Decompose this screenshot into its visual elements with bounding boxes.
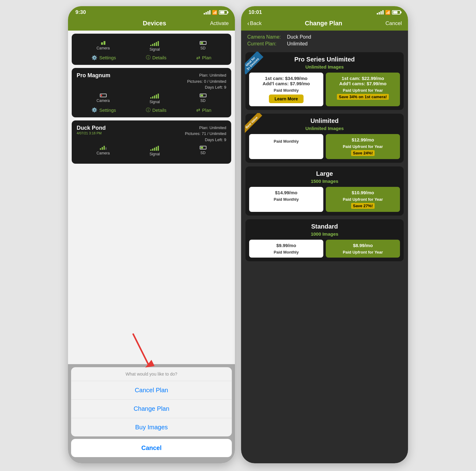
- plan-icon-1: ⇄: [196, 55, 200, 61]
- nav-bar-left: Devices Activate: [68, 17, 235, 31]
- page-title-left: Devices: [143, 20, 166, 27]
- sd-status-3: SD: [200, 146, 206, 156]
- plan-options-unlimited: Paid Monthly $12.99/mo Paid Upfront for …: [249, 134, 400, 159]
- device-name-3: Duck Pond: [77, 125, 106, 131]
- wifi-icon-right: 📶: [385, 10, 390, 15]
- cancel-nav-button[interactable]: Cancel: [385, 20, 402, 27]
- chevron-left-icon: ‹: [247, 20, 249, 27]
- page-title-right: Change Plan: [305, 20, 342, 27]
- device-icons-row-3: Camera Signal SD: [77, 146, 226, 156]
- plan-card-unlimited: Best Value Unlimited Unlimited Images Pa…: [245, 114, 404, 163]
- camera-label-2: Camera: [96, 99, 110, 103]
- details-icon-2: ⓘ: [146, 107, 151, 113]
- device-icons-row-2: Camera Signal SD: [77, 94, 226, 104]
- monthly-label-unlimited: Paid Monthly: [253, 139, 320, 144]
- actions-row-1: ⚙️ Settings ⓘ Details ⇄ Plan: [77, 55, 226, 61]
- wifi-icon: 📶: [212, 10, 217, 15]
- signal-label-3: Signal: [150, 152, 160, 156]
- settings-btn-2[interactable]: ⚙️ Settings: [91, 107, 116, 113]
- status-icons-right: 📶: [377, 10, 401, 15]
- battery-icon: [219, 10, 227, 15]
- back-label: Back: [250, 20, 262, 27]
- annual-label-unlimited: Paid Upfront for Year: [329, 144, 396, 149]
- back-button[interactable]: ‹ Back: [247, 20, 261, 27]
- battery-icon-right: [392, 10, 401, 15]
- sd-icon-1: [200, 41, 206, 45]
- actions-row-2: ⚙️ Settings ⓘ Details ⇄ Plan: [77, 107, 226, 113]
- camera-status-2: Camera: [96, 94, 110, 104]
- change-plan-content: Camera Name: Duck Pond Current Plan: Unl…: [241, 31, 408, 463]
- plan-btn-1[interactable]: ⇄ Plan: [196, 55, 211, 61]
- device-name-2: Pro Magnum: [77, 72, 110, 79]
- sd-status-1: SD: [200, 41, 206, 52]
- plan-monthly-large: $14.99/mo Paid Monthly: [249, 187, 323, 212]
- plan-btn-2[interactable]: ⇄ Plan: [196, 107, 211, 113]
- annual-price1-unlimited: $12.99/mo: [329, 137, 396, 142]
- activate-button[interactable]: Activate: [210, 20, 229, 27]
- save-badge-pro: Save 34% on 1st camera!: [337, 94, 389, 100]
- cancel-plan-button[interactable]: Cancel Plan: [71, 381, 232, 400]
- plans-list: Ideal for3+ Devices Pro Series Unlimited…: [241, 49, 408, 264]
- monthly-price2-pro: Add'l cams: $7.99/mo: [253, 81, 320, 86]
- plan-title-standard: Standard: [249, 223, 400, 230]
- plan-title-unlimited: Unlimited: [249, 117, 400, 124]
- device-header-2: Pro Magnum Plan: Unlimited Pictures: 0 /…: [77, 72, 226, 90]
- plan-line1-2: Plan: Unlimited: [187, 72, 226, 78]
- ribbon-unlimited: Best Value: [245, 113, 270, 138]
- signal-status-2: Signal: [150, 94, 160, 104]
- action-sheet-overlay: What would you like to do? Cancel Plan C…: [68, 364, 235, 463]
- monthly-label-pro: Paid Monthly: [253, 88, 320, 93]
- camera-info-bar: Camera Name: Duck Pond Current Plan: Unl…: [241, 31, 408, 49]
- settings-icon-1: ⚙️: [91, 55, 97, 61]
- change-plan-button[interactable]: Change Plan: [71, 400, 232, 418]
- camera-signal-3: [100, 146, 107, 150]
- details-btn-2[interactable]: ⓘ Details: [146, 107, 167, 113]
- sd-label-3: SD: [200, 151, 206, 155]
- plan-monthly-standard: $9.99/mo Paid Monthly: [249, 240, 323, 258]
- ribbon-text-unlimited: Best Value: [245, 113, 262, 133]
- annual-price1-pro: 1st cam: $22.99/mo: [329, 76, 396, 81]
- monthly-price-large: $14.99/mo: [253, 190, 320, 195]
- monthly-price-standard: $9.99/mo: [253, 243, 320, 248]
- nav-bar-right: ‹ Back Change Plan Cancel: [241, 17, 408, 31]
- svg-line-0: [133, 334, 148, 364]
- signal-bars-2: [150, 94, 159, 99]
- plan-card-large: Large 1500 Images $14.99/mo Paid Monthly…: [245, 166, 404, 216]
- time-right: 10:01: [249, 9, 262, 15]
- plan-annual-standard: $8.99/mo Paid Upfront for Year: [326, 240, 400, 258]
- plan-monthly-unlimited: Paid Monthly: [249, 134, 323, 159]
- signal-icon: [204, 10, 210, 15]
- signal-bars-1: [150, 41, 159, 46]
- plan-monthly-pro: 1st cam: $34.99/mo Add'l cams: $7.99/mo …: [249, 73, 323, 106]
- annual-label-standard: Paid Upfront for Year: [329, 250, 396, 254]
- plan-line2-2: Pictures: 0 / Unlimited: [187, 78, 226, 85]
- device-card-2: Pro Magnum Plan: Unlimited Pictures: 0 /…: [72, 68, 231, 117]
- device-info-3: Plan: Unlimited Pictures: 71 / Unlimited…: [185, 125, 226, 143]
- device-date-3: 4/07/21 3:18 PM: [77, 131, 106, 135]
- sd-icon-3: [200, 146, 206, 149]
- learn-more-action: Learn More: [253, 95, 320, 103]
- details-btn-1[interactable]: ⓘ Details: [146, 55, 167, 61]
- current-plan-label: Current Plan:: [247, 41, 281, 47]
- learn-more-button[interactable]: Learn More: [269, 95, 303, 103]
- signal-bars-3: [150, 146, 159, 151]
- monthly-label-large: Paid Monthly: [253, 197, 320, 202]
- cancel-button[interactable]: Cancel: [71, 439, 232, 457]
- plan-line3-2: Days Left: 9: [187, 84, 226, 90]
- plan-subtitle-large: 1500 Images: [249, 179, 400, 184]
- ribbon-pro: Ideal for3+ Devices: [245, 52, 270, 76]
- annual-price-large: $10.99/mo: [329, 190, 396, 195]
- right-phone: 10:01 📶 ‹ Back Change Plan C: [241, 6, 408, 463]
- plan-icon-2: ⇄: [196, 107, 200, 113]
- sd-label-1: SD: [200, 46, 206, 50]
- plan-line2-3: Pictures: 71 / Unlimited: [185, 131, 226, 137]
- device-info-2: Plan: Unlimited Pictures: 0 / Unlimited …: [187, 72, 226, 90]
- settings-btn-1[interactable]: ⚙️ Settings: [91, 55, 116, 61]
- plan-options-standard: $9.99/mo Paid Monthly $8.99/mo Paid Upfr…: [249, 240, 400, 258]
- plan-title-large: Large: [249, 170, 400, 177]
- current-plan-value: Unlimited: [287, 41, 402, 47]
- plan-title-pro: Pro Series Unlimited: [249, 56, 400, 63]
- plan-subtitle-standard: 1000 Images: [249, 231, 400, 237]
- ribbon-text-pro: Ideal for3+ Devices: [245, 52, 263, 74]
- buy-images-button[interactable]: Buy Images: [71, 418, 232, 436]
